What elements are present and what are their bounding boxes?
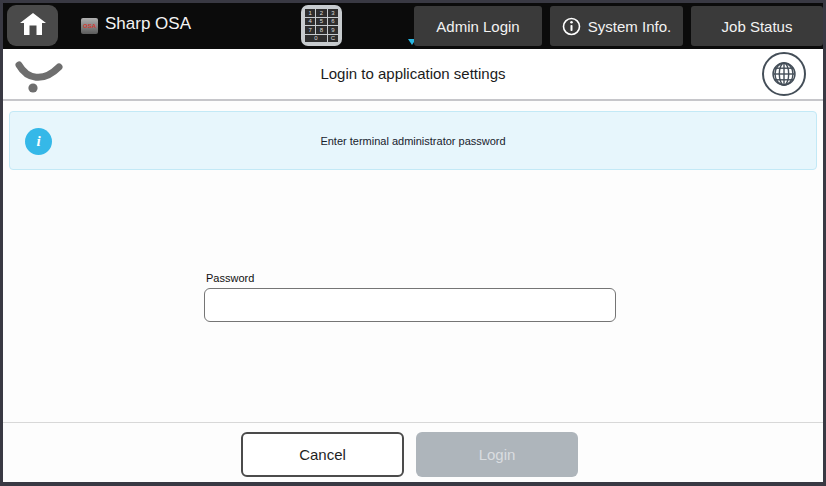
system-info-label: System Info. <box>588 18 671 35</box>
keypad-key: 5 <box>316 18 326 26</box>
keypad-icon: 1234567890C <box>305 9 338 42</box>
job-status-button[interactable]: Job Status <box>691 6 823 46</box>
keypad-key: 6 <box>328 18 338 26</box>
footer-divider <box>3 422 823 423</box>
keypad-key: 1 <box>305 9 315 17</box>
keypad-key: 8 <box>316 26 326 34</box>
password-input[interactable] <box>204 288 616 322</box>
password-label: Password <box>206 272 254 284</box>
home-icon <box>18 10 48 41</box>
info-banner: i Enter terminal administrator password <box>9 111 817 170</box>
info-circle-icon <box>562 17 581 36</box>
keypad-key: 3 <box>328 9 338 17</box>
keypad-key: 0 <box>305 35 327 43</box>
keypad-key: 7 <box>305 26 315 34</box>
keypad-key: C <box>328 35 338 43</box>
admin-login-label: Admin Login <box>436 18 519 35</box>
system-info-button[interactable]: System Info. <box>550 6 683 46</box>
keypad-key: 4 <box>305 18 315 26</box>
keypad-key: 9 <box>328 26 338 34</box>
keypad-key: 2 <box>316 9 326 17</box>
admin-login-button[interactable]: Admin Login <box>414 6 542 46</box>
login-button[interactable]: Login <box>416 432 578 477</box>
page-title: Login to application settings <box>3 65 823 82</box>
globe-icon <box>770 60 798 88</box>
app-name-label: Sharp OSA <box>105 14 191 34</box>
cancel-button[interactable]: Cancel <box>241 432 404 477</box>
info-banner-message: Enter terminal administrator password <box>10 135 816 147</box>
system-topbar: OSA Sharp OSA 1234567890C Admin Login Sy… <box>3 3 823 49</box>
job-status-label: Job Status <box>722 18 793 35</box>
app-header: Login to application settings <box>3 49 823 101</box>
home-button[interactable] <box>7 5 58 46</box>
language-button[interactable] <box>762 52 806 96</box>
numeric-keypad-button[interactable]: 1234567890C <box>301 5 342 46</box>
device-screen: OSA Sharp OSA 1234567890C Admin Login Sy… <box>0 0 826 486</box>
osa-app-icon: OSA <box>81 18 98 34</box>
